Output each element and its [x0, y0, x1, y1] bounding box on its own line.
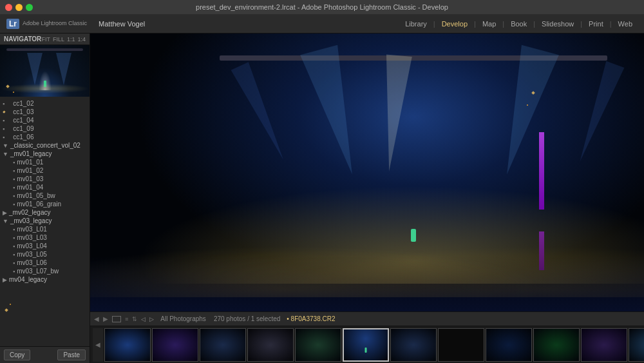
- filmstrip-toolbar: ◀ ▶ ≡ ⇅ ◁ ▷ All Photographs 270 photos /…: [90, 312, 644, 326]
- spotlight-2: [488, 44, 559, 179]
- thumbnail[interactable]: [581, 328, 627, 362]
- thumbnail[interactable]: [629, 328, 644, 362]
- nav-map[interactable]: Map: [477, 19, 501, 29]
- navigator-preview: [0, 45, 90, 97]
- nav-web[interactable]: Web: [613, 19, 638, 29]
- image-area: [90, 34, 644, 311]
- tree-item[interactable]: ▪mv01_04: [0, 183, 90, 191]
- main-layout: Navigator FIT FILL 1:1 1:4 ▪cc1_02 ▪cc1: [0, 34, 644, 363]
- module-nav: Library | Develop | Map | Book | Slidesh…: [400, 19, 638, 29]
- tree-item[interactable]: ▪cc1_02: [0, 99, 90, 108]
- app-name: Adobe Lightroom Classic: [23, 20, 87, 27]
- performer-stage: [411, 229, 416, 242]
- list-view-icon[interactable]: ≡: [125, 316, 128, 322]
- menu-bar: Lr Adobe Lightroom Classic Matthew Vogel…: [0, 14, 644, 34]
- user-name: Matthew Vogel: [99, 20, 145, 28]
- filmstrip-nav-right[interactable]: ▷: [149, 316, 154, 322]
- spotlight-3: [376, 55, 412, 173]
- thumbnail[interactable]: [533, 328, 580, 362]
- tree-item[interactable]: ▪mv03_L01: [0, 225, 90, 233]
- tree-item[interactable]: ▪mv01_03: [0, 175, 90, 183]
- main-image: [90, 34, 644, 311]
- tree-folder[interactable]: ▼_mv01_legacy: [0, 150, 90, 158]
- tree-folder[interactable]: ▶mv04_legacy: [0, 275, 90, 284]
- lr-badge: Lr: [6, 19, 19, 29]
- performer: [411, 229, 416, 242]
- grid-view-icon[interactable]: [112, 316, 121, 322]
- maximize-button[interactable]: [26, 4, 33, 11]
- tree-folder[interactable]: ▶_mv02_legacy: [0, 208, 90, 217]
- left-panel: Navigator FIT FILL 1:1 1:4 ▪cc1_02 ▪cc1: [0, 34, 90, 363]
- navigator-title: Navigator: [4, 35, 41, 43]
- tree-item[interactable]: ▪cc1_06: [0, 133, 90, 141]
- filmstrip-nav-left[interactable]: ◁: [141, 316, 146, 322]
- tree-item[interactable]: ▪cc1_03: [0, 108, 90, 116]
- nav-library[interactable]: Library: [400, 19, 432, 29]
- page-forward[interactable]: ▶: [103, 315, 108, 322]
- tree-item[interactable]: ▪mv01_01: [0, 158, 90, 166]
- tree-item[interactable]: ▪mv01_06_grain: [0, 200, 90, 208]
- tree-item[interactable]: ▪mv01_05_bw: [0, 191, 90, 200]
- filmstrip-arrow-left[interactable]: ◀: [93, 328, 103, 362]
- tree-folder[interactable]: ▼_classic_concert_vol_02: [0, 141, 90, 150]
- navigator-controls: FIT FILL 1:1 1:4: [41, 36, 86, 43]
- thumbnail[interactable]: [486, 328, 532, 362]
- thumbnail[interactable]: [152, 328, 198, 362]
- tree-item[interactable]: ▪mv03_L03: [0, 233, 90, 242]
- thumbnail[interactable]: [438, 328, 484, 362]
- tree-item[interactable]: ▪mv03_L07_bw: [0, 267, 90, 275]
- navigator-panel-header[interactable]: Navigator FIT FILL 1:1 1:4: [0, 34, 90, 45]
- thumbnail[interactable]: [247, 328, 294, 362]
- thumbnail[interactable]: [200, 328, 246, 362]
- tree-folder[interactable]: ▼_mv03_legacy: [0, 217, 90, 225]
- page-back[interactable]: ◀: [94, 315, 99, 322]
- thumbnail[interactable]: [390, 328, 437, 362]
- filmstrip-count: 270 photos / 1 selected: [214, 315, 280, 322]
- tree-item[interactable]: ▪mv03_L04: [0, 242, 90, 250]
- paste-button[interactable]: Paste: [57, 349, 86, 360]
- window-controls[interactable]: [5, 4, 33, 11]
- tree-item[interactable]: ▪mv03_L06: [0, 259, 90, 267]
- tree-item[interactable]: ▪mv03_L05: [0, 250, 90, 259]
- close-button[interactable]: [5, 4, 12, 11]
- filmstrip-selected-file: • 8F0A3738.CR2: [287, 315, 335, 322]
- nav-book[interactable]: Book: [506, 19, 532, 29]
- filmstrip-source: All Photographs: [160, 315, 206, 322]
- copy-button[interactable]: Copy: [4, 349, 30, 360]
- thumbnail[interactable]: [295, 328, 341, 362]
- tree-item[interactable]: ▪cc1_09: [0, 124, 90, 133]
- sort-icon[interactable]: ⇅: [132, 316, 137, 322]
- tree-item[interactable]: ▪mv01_02: [0, 166, 90, 175]
- spotlight-1: [301, 44, 372, 179]
- nav-slideshow[interactable]: Slideshow: [536, 19, 579, 29]
- filmstrip: ◀ ▶ ≡ ⇅ ◁ ▷ All Photographs 270 photos /…: [90, 311, 644, 363]
- window-title: preset_dev_environment-2.lrcat - Adobe P…: [196, 3, 448, 11]
- file-tree: ▪cc1_02 ▪cc1_03 ▪cc1_04 ▪cc1_09 ▪cc1_06 …: [0, 97, 90, 346]
- thumbnail[interactable]: [104, 328, 151, 362]
- app-logo: Lr Adobe Lightroom Classic: [6, 19, 87, 29]
- filmstrip-thumbs: ◀: [90, 326, 644, 363]
- nav-develop[interactable]: Develop: [437, 19, 473, 29]
- panel-bottom: Copy Paste: [0, 346, 90, 363]
- minimize-button[interactable]: [15, 4, 23, 11]
- thumbnail-selected[interactable]: [343, 328, 389, 362]
- title-bar: preset_dev_environment-2.lrcat - Adobe P…: [0, 0, 644, 14]
- tree-item[interactable]: ▪cc1_04: [0, 116, 90, 124]
- center-content: ◀ ▶ ≡ ⇅ ◁ ▷ All Photographs 270 photos /…: [90, 34, 644, 363]
- nav-print[interactable]: Print: [583, 19, 609, 29]
